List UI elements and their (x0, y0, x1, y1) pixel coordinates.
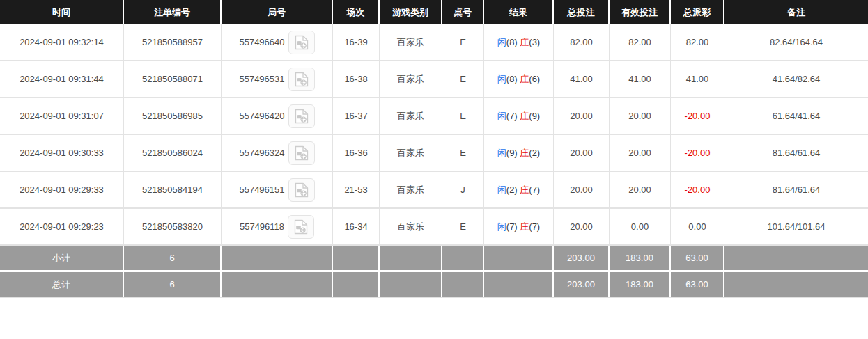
subtotal-total-payout: 63.00 (671, 246, 724, 270)
col-header-result: 结果 (484, 0, 554, 24)
subtotal-empty-cell (222, 246, 333, 270)
table-row: 2024-09-01 09:30:33 521850586024 5574963… (0, 135, 868, 172)
subtotal-valid-bet: 183.00 (610, 246, 671, 270)
table-row: 2024-09-01 09:31:44 521850588071 5574965… (0, 61, 868, 98)
time-cell: 2024-09-01 09:31:07 (0, 98, 124, 134)
bet-id-cell: 521850588071 (124, 61, 222, 97)
total-payout-cell: 41.00 (671, 61, 724, 97)
grand-total-total-payout: 63.00 (671, 272, 724, 297)
col-header-bet-id: 注单编号 (124, 0, 222, 24)
col-header-total-payout: 总派彩 (671, 0, 724, 24)
time-cell: 2024-09-01 09:29:23 (0, 209, 124, 244)
grand-total-row: 总计 6 203.00 183.00 63.00 (0, 272, 868, 298)
valid-bet-cell: 82.00 (610, 24, 671, 60)
video-file-icon (295, 35, 309, 50)
table-no-cell: E (442, 98, 484, 134)
banker-result-label: 庄 (520, 110, 529, 123)
banker-result-label: 庄 (520, 147, 529, 159)
time-cell: 2024-09-01 09:31:44 (0, 61, 124, 97)
grand-total-empty-cell (380, 272, 442, 297)
total-payout-cell: 0.00 (671, 209, 724, 244)
player-result-score: (9) (506, 148, 520, 158)
bet-id-cell: 521850586985 (124, 98, 222, 134)
remark-cell: 81.64/61.64 (724, 172, 868, 207)
game-type-cell: 百家乐 (380, 172, 442, 207)
banker-result-label: 庄 (520, 221, 529, 233)
round-cell: 557496640 (222, 24, 333, 60)
result-cell: 闲(8) 庄(3) (484, 24, 554, 60)
valid-bet-cell: 41.00 (610, 61, 671, 97)
game-type-cell: 百家乐 (380, 209, 442, 244)
player-result-label: 闲 (497, 110, 506, 123)
remark-cell: 41.64/82.64 (724, 61, 868, 97)
valid-bet-cell: 20.00 (610, 98, 671, 134)
video-file-icon (294, 219, 308, 235)
table-no-cell: E (442, 135, 484, 171)
video-replay-button[interactable] (288, 141, 315, 165)
table-body: 2024-09-01 09:32:14 521850588957 5574966… (0, 24, 868, 246)
video-file-icon (295, 72, 309, 87)
grand-total-valid-bet: 183.00 (610, 272, 671, 297)
player-result-label: 闲 (497, 184, 506, 196)
player-result-score: (8) (506, 37, 520, 47)
subtotal-empty-cell (484, 246, 554, 270)
video-replay-button[interactable] (288, 215, 314, 239)
remark-cell: 61.64/41.64 (724, 98, 868, 134)
banker-result-score: (3) (529, 37, 540, 47)
session-cell: 21-53 (333, 172, 380, 207)
video-replay-button[interactable] (288, 104, 315, 128)
player-result-label: 闲 (497, 73, 506, 86)
col-header-remark: 备注 (724, 0, 868, 24)
round-number: 557496420 (239, 111, 284, 121)
table-row: 2024-09-01 09:31:07 521850586985 5574964… (0, 98, 868, 135)
subtotal-count: 6 (124, 246, 222, 270)
round-number: 557496118 (240, 221, 284, 232)
total-bet-link[interactable]: 20.00 (554, 135, 610, 171)
result-cell: 闲(8) 庄(6) (484, 61, 554, 97)
bet-id-cell: 521850586024 (124, 135, 222, 171)
player-result-score: (7) (506, 221, 520, 232)
game-type-cell: 百家乐 (380, 135, 442, 171)
subtotal-empty-cell (333, 246, 380, 270)
result-cell: 闲(7) 庄(7) (484, 209, 554, 244)
video-file-icon (295, 109, 309, 124)
table-row: 2024-09-01 09:29:33 521850584194 5574961… (0, 172, 868, 209)
round-cell: 557496324 (222, 135, 333, 171)
total-bet-link[interactable]: 41.00 (554, 61, 610, 97)
video-file-icon (295, 182, 309, 198)
player-result-label: 闲 (497, 36, 506, 49)
grand-total-empty-cell (222, 272, 333, 297)
player-result-label: 闲 (497, 147, 506, 159)
table-header-row: 时间 注单编号 局号 场次 游戏类别 桌号 结果 总投注 有效投注 总派彩 备注 (0, 0, 868, 24)
banker-result-score: (7) (529, 184, 540, 195)
table-no-cell: E (442, 61, 484, 97)
valid-bet-cell: 20.00 (610, 172, 671, 207)
subtotal-total-bet: 203.00 (554, 246, 610, 270)
video-replay-button[interactable] (288, 68, 315, 91)
subtotal-empty-cell (442, 246, 484, 270)
video-file-icon (295, 145, 309, 161)
col-header-valid-bet: 有效投注 (610, 0, 671, 24)
bet-id-cell: 521850588957 (124, 24, 222, 60)
player-result-score: (7) (506, 111, 520, 121)
subtotal-row: 小计 6 203.00 183.00 63.00 (0, 246, 868, 272)
session-cell: 16-34 (333, 209, 380, 244)
grand-total-empty-cell (333, 272, 380, 297)
bet-id-cell: 521850583820 (124, 209, 222, 244)
total-bet-link[interactable]: 20.00 (554, 98, 610, 134)
total-payout-cell: 82.00 (671, 24, 724, 60)
round-number: 557496531 (239, 74, 284, 84)
table-row: 2024-09-01 09:32:14 521850588957 5574966… (0, 24, 868, 61)
total-bet-link[interactable]: 20.00 (554, 172, 610, 207)
round-number: 557496151 (239, 184, 284, 195)
time-cell: 2024-09-01 09:30:33 (0, 135, 124, 171)
total-bet-link[interactable]: 20.00 (554, 209, 610, 244)
col-header-session: 场次 (333, 0, 380, 24)
round-number: 557496640 (239, 37, 284, 47)
banker-result-label: 庄 (520, 36, 529, 49)
video-replay-button[interactable] (288, 178, 315, 202)
total-bet-link[interactable]: 82.00 (554, 24, 610, 60)
video-replay-button[interactable] (288, 31, 315, 54)
grand-total-count: 6 (124, 272, 222, 297)
table-no-cell: E (442, 209, 484, 244)
